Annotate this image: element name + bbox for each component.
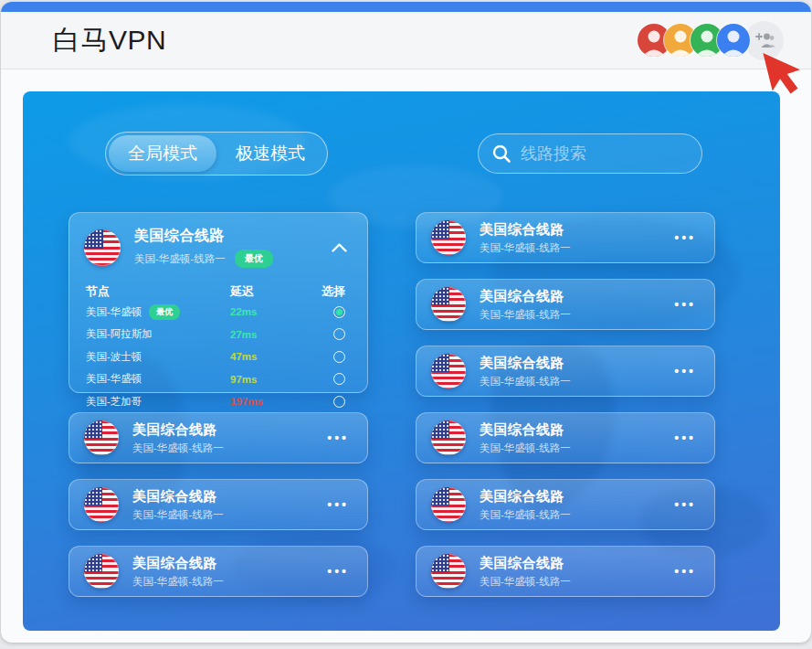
line-card-expanded: 美国综合线路 美国-华盛顿-线路一 最优 节点 延迟 <box>69 212 368 393</box>
more-options-button[interactable]: ••• <box>674 497 696 512</box>
window-accent-bar <box>1 2 811 12</box>
card-subtitle: 美国-华盛顿-线路一 <box>480 575 660 589</box>
card-subtitle: 美国-华盛顿-线路一 <box>132 575 313 589</box>
more-options-button[interactable]: ••• <box>674 564 696 579</box>
card-subtitle-row: 美国-华盛顿-线路一 最优 <box>134 250 318 268</box>
card-title: 美国综合线路 <box>134 227 318 246</box>
best-badge: 最优 <box>149 304 180 320</box>
card-subtitle: 美国-华盛顿-线路一 <box>480 508 660 522</box>
desktop-background: 白马VPN <box>0 0 812 649</box>
more-options-button[interactable]: ••• <box>327 564 349 579</box>
line-card[interactable]: 美国综合线路 美国-华盛顿-线路一 ••• <box>416 412 715 463</box>
us-flag-icon <box>431 554 466 589</box>
app-window: 白马VPN <box>1 2 811 643</box>
column-node: 节点 <box>86 283 230 300</box>
node-latency: 27ms <box>230 329 318 340</box>
node-latency: 47ms <box>230 351 318 362</box>
left-column: 美国综合线路 美国-华盛顿-线路一 最优 节点 延迟 <box>69 212 368 612</box>
node-radio[interactable] <box>333 396 345 408</box>
line-card[interactable]: 美国综合线路 美国-华盛顿-线路一 ••• <box>416 279 715 330</box>
node-radio[interactable] <box>333 328 345 340</box>
card-title: 美国综合线路 <box>132 421 313 439</box>
person-silhouette-icon <box>717 24 750 57</box>
card-title: 美国综合线路 <box>480 288 660 305</box>
expanded-card-header[interactable]: 美国综合线路 美国-华盛顿-线路一 最优 <box>69 213 367 268</box>
us-flag-icon <box>431 220 466 255</box>
us-flag-icon <box>84 554 119 589</box>
card-title: 美国综合线路 <box>480 421 660 439</box>
card-subtitle: 美国-华盛顿-线路一 <box>480 308 660 322</box>
card-title: 美国综合线路 <box>480 355 660 372</box>
card-title: 美国综合线路 <box>132 488 313 505</box>
us-flag-icon <box>431 354 466 388</box>
card-title: 美国综合线路 <box>480 221 660 239</box>
node-name: 美国-阿拉斯加 <box>86 327 153 341</box>
vpn-panel: 全局模式 极速模式 美国综合线路 美国-华 <box>23 91 780 631</box>
node-table-header: 节点 延迟 选择 <box>69 282 367 301</box>
line-card[interactable]: 美国综合线路 美国-华盛顿-线路一 ••• <box>416 212 715 263</box>
line-card[interactable]: 美国综合线路 美国-华盛顿-线路一 ••• <box>69 479 368 530</box>
node-latency: 197ms <box>230 396 318 407</box>
line-card[interactable]: 美国综合线路 美国-华盛顿-线路一 ••• <box>416 346 715 397</box>
line-card[interactable]: 美国综合线路 美国-华盛顿-线路一 ••• <box>416 546 715 597</box>
us-flag-icon <box>84 229 121 266</box>
node-latency: 97ms <box>230 374 318 385</box>
search-input[interactable] <box>521 144 689 164</box>
more-options-button[interactable]: ••• <box>327 431 349 445</box>
line-card[interactable]: 美国综合线路 美国-华盛顿-线路一 ••• <box>69 412 368 463</box>
more-options-button[interactable]: ••• <box>674 230 696 245</box>
search-box[interactable] <box>478 133 702 174</box>
node-radio[interactable] <box>333 373 345 385</box>
us-flag-icon <box>431 487 466 522</box>
tab-global-mode[interactable]: 全局模式 <box>109 135 216 172</box>
node-latency: 22ms <box>230 306 318 317</box>
line-card[interactable]: 美国综合线路 美国-华盛顿-线路一 ••• <box>416 479 715 530</box>
mode-tabs: 全局模式 极速模式 <box>105 132 328 176</box>
column-latency: 延迟 <box>230 283 318 300</box>
node-radio[interactable] <box>333 351 345 363</box>
add-people-icon <box>754 31 775 49</box>
node-name: 美国-华盛顿 <box>86 372 142 386</box>
card-subtitle: 美国-华盛顿-线路一 <box>480 442 660 455</box>
more-options-button[interactable]: ••• <box>674 297 696 312</box>
more-options-button[interactable]: ••• <box>327 497 349 512</box>
us-flag-icon <box>84 420 119 455</box>
card-subtitle: 美国-华盛顿-线路一 <box>480 241 660 255</box>
collapse-chevron-up-icon[interactable] <box>332 243 347 252</box>
us-flag-icon <box>84 487 119 522</box>
node-row[interactable]: 美国-华盛顿 97ms <box>69 368 367 391</box>
node-name: 美国-波士顿 <box>86 350 142 364</box>
node-row[interactable]: 美国-波士顿 47ms <box>69 346 367 368</box>
node-row[interactable]: 美国-阿拉斯加 27ms <box>69 324 367 346</box>
app-title: 白马VPN <box>53 22 166 59</box>
card-subtitle: 美国-华盛顿-线路一 <box>132 508 313 522</box>
line-card[interactable]: 美国综合线路 美国-华盛顿-线路一 ••• <box>69 546 368 597</box>
avatar-user-4[interactable] <box>717 24 750 57</box>
avatar-group <box>638 21 784 60</box>
card-info: 美国综合线路 美国-华盛顿-线路一 最优 <box>134 227 318 268</box>
node-row[interactable]: 美国-芝加哥 197ms <box>69 390 367 413</box>
best-badge: 最优 <box>235 250 273 268</box>
app-header: 白马VPN <box>1 12 811 69</box>
node-row[interactable]: 美国-华盛顿最优 22ms <box>69 301 367 324</box>
search-icon <box>491 144 511 164</box>
node-name: 美国-华盛顿 <box>86 305 142 319</box>
more-options-button[interactable]: ••• <box>674 364 696 378</box>
us-flag-icon <box>431 420 466 455</box>
card-title: 美国综合线路 <box>132 555 313 572</box>
right-column: 美国综合线路 美国-华盛顿-线路一 ••• 美国综合线路 美国-华盛顿-线路一 … <box>416 212 715 612</box>
us-flag-icon <box>431 287 466 322</box>
node-name: 美国-芝加哥 <box>86 395 142 409</box>
card-subtitle: 美国-华盛顿-线路一 <box>134 252 226 266</box>
card-subtitle: 美国-华盛顿-线路一 <box>480 375 660 388</box>
add-people-button[interactable] <box>744 21 784 60</box>
card-title: 美国综合线路 <box>480 488 660 505</box>
card-subtitle: 美国-华盛顿-线路一 <box>132 442 313 455</box>
card-title: 美国综合线路 <box>480 555 660 572</box>
column-select: 选择 <box>322 283 345 300</box>
tab-speed-mode[interactable]: 极速模式 <box>216 135 324 172</box>
node-radio-selected[interactable] <box>333 306 345 318</box>
more-options-button[interactable]: ••• <box>674 431 696 445</box>
